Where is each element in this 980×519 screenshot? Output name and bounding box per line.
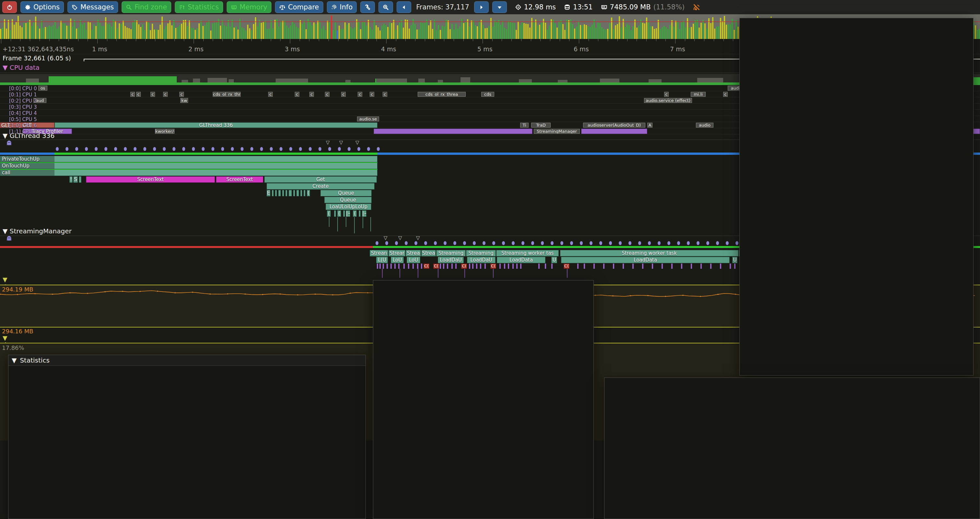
ctx-switch-box[interactable]: c xyxy=(723,92,728,97)
cpu-plot-value-label: 17.86% xyxy=(2,344,24,351)
zone-bar[interactable]: Strea xyxy=(406,250,421,256)
ctx-switch-box[interactable]: audio.se xyxy=(357,117,379,121)
zone-bar[interactable]: LoaULoiUpLoUp xyxy=(326,203,371,210)
zone-bar[interactable]: ScreenText xyxy=(86,176,215,183)
frame-marker[interactable]: ▽ xyxy=(383,235,388,241)
zone-bar[interactable]: ScreenText xyxy=(216,176,263,183)
ctx-switch-box[interactable]: mi.li xyxy=(691,92,706,97)
zone-bar[interactable]: E xyxy=(267,190,270,196)
zone-bar[interactable]: LoadData xyxy=(497,257,546,263)
ctx-switch-box[interactable]: cds_ol_rx_thr xyxy=(213,92,240,97)
ctx-switch-box[interactable]: audio.service (effect) xyxy=(644,98,692,103)
next-frame-button[interactable] xyxy=(474,1,489,13)
power-button[interactable] xyxy=(2,1,17,13)
zoom-search-button[interactable] xyxy=(379,1,393,13)
zone-bar[interactable]: Queue xyxy=(324,197,372,203)
cpu-thread-bar[interactable] xyxy=(581,129,647,134)
ctx-switch-box[interactable]: A xyxy=(647,123,652,128)
zone-bar[interactable]: |~ xyxy=(346,210,350,217)
zone-bar[interactable]: L(U xyxy=(376,257,388,263)
zone-bar[interactable]: U xyxy=(551,257,557,263)
zone-bar[interactable]: Streaming xyxy=(466,250,496,256)
memory-button[interactable]: Memory xyxy=(227,1,271,13)
cpu-data-section-header[interactable]: ▼ CPU data xyxy=(3,64,40,72)
zone-bar[interactable]: C( xyxy=(490,263,496,269)
ctx-switch-box[interactable]: c xyxy=(295,92,299,97)
cpu-thread-bar[interactable] xyxy=(374,129,533,134)
zone-bar[interactable]: Create xyxy=(267,183,375,190)
zone-bar[interactable] xyxy=(0,156,377,162)
ctx-switch-box[interactable]: c xyxy=(151,92,155,97)
ctx-switch-box[interactable]: c xyxy=(664,92,669,97)
zone-bar[interactable]: Streaming worker tas xyxy=(496,250,559,256)
zone-bar[interactable]: Get xyxy=(264,176,377,183)
statistics-window-titlebar[interactable]: ▼Statistics xyxy=(8,355,366,366)
zone-bar[interactable]: C( xyxy=(433,263,439,269)
zone-bar[interactable]: ( xyxy=(337,210,341,217)
zone-bar[interactable]: ( xyxy=(307,190,310,196)
ctx-switch-box[interactable]: c xyxy=(358,92,362,97)
zone-bar[interactable]: Queue xyxy=(320,190,372,196)
ctx-switch-box[interactable]: StreamingManager xyxy=(534,129,580,134)
ctx-switch-box[interactable]: cds_ol_rx_threa xyxy=(418,92,466,97)
streaming-section-header[interactable]: ▼ StreamingManager xyxy=(3,227,72,241)
collapse-icon: ▼ xyxy=(3,227,10,235)
zone-bar[interactable]: LoadDaU xyxy=(438,257,464,263)
zone-bar[interactable]: Strear xyxy=(388,250,406,256)
ctx-switch-box[interactable]: c xyxy=(130,92,135,97)
zone-bar[interactable]: S xyxy=(73,176,78,183)
frame-set-button[interactable] xyxy=(492,1,507,13)
ctx-switch-box[interactable]: c xyxy=(163,92,168,97)
frame-marker[interactable]: ▽ xyxy=(339,140,343,145)
find-zone-button[interactable]: Find zone xyxy=(122,1,171,13)
ctx-switch-box[interactable]: c xyxy=(179,92,184,97)
zone-bar[interactable]: LoadDaU xyxy=(467,257,495,263)
options-button[interactable]: Options xyxy=(21,1,64,13)
frame-marker[interactable]: ▽ xyxy=(326,140,330,145)
zone-bar[interactable]: ( xyxy=(353,210,357,217)
zone-bar[interactable]: |~ xyxy=(362,210,366,217)
frame-marker[interactable]: ▽ xyxy=(416,235,420,241)
zone-bar[interactable]: ! xyxy=(69,176,73,183)
messages-button[interactable]: Messages xyxy=(67,1,118,13)
ctx-switch-box[interactable]: audioserver(AudioOut_D) xyxy=(583,123,645,128)
ctx-switch-box[interactable]: os xyxy=(38,86,47,91)
ctx-switch-box[interactable]: audio xyxy=(696,123,713,128)
compare-button[interactable]: Compare xyxy=(275,1,323,13)
ctx-switch-box[interactable]: c xyxy=(268,92,273,97)
zone-bar[interactable]: C( xyxy=(423,263,430,269)
ctx-switch-box[interactable]: Ti xyxy=(520,123,528,128)
frame-marker[interactable]: ▽ xyxy=(398,235,402,241)
ctx-switch-box[interactable]: TraD xyxy=(531,123,550,128)
ctx-switch-box[interactable]: cds xyxy=(481,92,494,97)
zone-bar[interactable]: LoU xyxy=(407,257,420,263)
zone-bar[interactable] xyxy=(0,163,377,169)
zone-bar[interactable]: U xyxy=(732,257,737,263)
statistics-button[interactable]: Statistics xyxy=(175,1,223,13)
zone-bar[interactable]: LoadData xyxy=(561,257,730,263)
zone-bar[interactable]: Strea xyxy=(421,250,436,256)
ctx-switch-box[interactable]: c xyxy=(136,92,141,97)
zone-bar[interactable]: ( xyxy=(327,210,331,217)
ctx-switch-box[interactable]: c xyxy=(309,92,314,97)
ctx-switch-box[interactable]: kw xyxy=(180,98,188,103)
zone-bar[interactable]: CI xyxy=(461,263,467,269)
zone-bar[interactable]: Strean xyxy=(370,250,388,256)
capture-clock-value: 13:51 xyxy=(573,3,593,11)
info-button[interactable]: Info xyxy=(327,1,357,13)
ctx-switch-box[interactable]: c xyxy=(341,92,346,97)
ctx-switch-box[interactable]: c xyxy=(325,92,329,97)
ctx-switch-box[interactable]: kworker/( xyxy=(155,129,175,134)
collapse-icon: ▼ xyxy=(12,356,16,364)
zone-bar[interactable]: Streaming worker task xyxy=(560,250,738,256)
zone-bar[interactable] xyxy=(0,169,377,176)
zone-bar[interactable]: Streaming xyxy=(436,250,466,256)
tools-button[interactable] xyxy=(360,1,375,13)
ctx-switch-box[interactable]: c xyxy=(370,92,374,97)
cpu-thread-bar[interactable]: GLThread 336 xyxy=(54,122,377,128)
zone-bar[interactable]: LoU xyxy=(391,257,404,263)
ctx-switch-box[interactable]: c xyxy=(383,92,387,97)
zone-bar[interactable]: C( xyxy=(563,263,570,269)
frame-marker[interactable]: ▽ xyxy=(355,140,359,145)
prev-frame-button[interactable] xyxy=(397,1,411,13)
